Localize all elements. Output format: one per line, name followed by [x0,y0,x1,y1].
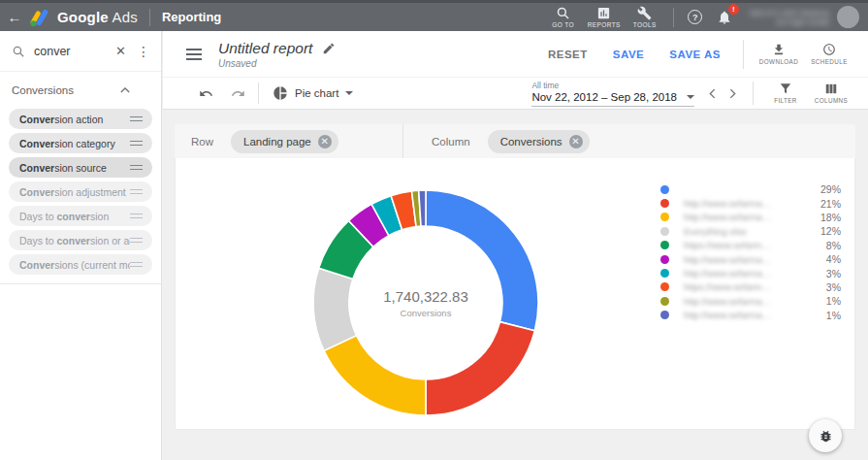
field-chip-label: Conversion category [19,138,130,149]
next-period-button[interactable] [723,88,743,99]
back-arrow-icon[interactable]: ← [0,9,29,25]
save-button[interactable]: SAVE [600,43,657,66]
drag-handle-icon[interactable] [130,189,143,195]
date-range-picker[interactable]: All time Nov 22, 2012 – Sep 28, 2018 [531,81,694,107]
avatar[interactable] [837,6,859,28]
report-title[interactable]: Untitled report [218,40,312,57]
legend-item: https://www.sefarm…3% [660,280,841,294]
legend-item: http://www.sefarma…4% [660,252,841,266]
download-button[interactable]: DOWNLOAD [754,43,804,65]
search-icon [556,6,570,20]
drag-handle-icon[interactable] [130,214,143,219]
prev-period-button[interactable] [702,88,723,99]
drag-handle-icon[interactable] [130,116,143,122]
pie-slice[interactable] [426,322,534,415]
reset-button[interactable]: RESET [535,43,600,66]
pie-slice[interactable] [324,336,426,415]
legend-percent: 21% [820,198,841,210]
tools-button[interactable]: TOOLS [625,6,665,28]
header-divider [743,40,744,69]
help-button[interactable]: ? [682,10,709,24]
clear-search-icon[interactable]: ✕ [110,44,132,58]
legend-item: http://www.sefarma…3% [660,266,841,279]
sidebar-field-chip[interactable]: Conversions (current mo… [9,254,152,275]
legend-dot [660,227,669,236]
legend-label: http://www.sefarma… [684,310,792,320]
search-icon [12,45,25,58]
wrench-icon [637,6,652,20]
drag-handle-icon[interactable] [130,262,143,268]
field-chip-label: Conversion source [19,162,130,174]
google-ads-logo[interactable]: Google Ads [29,8,138,27]
legend-percent: 3% [826,268,841,279]
topbar-right: GO TO REPORTS TOOLS ? [543,3,868,31]
drag-handle-icon[interactable] [130,141,143,147]
account-info[interactable]: 345-271-1922 Sefarma (no login email) [750,9,829,26]
tools-label: TOOLS [633,21,657,28]
date-preset-label: All time [531,81,694,90]
legend-label: http://www.sefarma… [684,254,792,265]
legend-dot [660,241,669,249]
toolbar-right: All time Nov 22, 2012 – Sep 28, 2018 [531,81,854,107]
toolbar-divider [753,82,754,105]
column-chip-conversions[interactable]: Conversions ✕ [488,130,590,153]
go-to-label: GO TO [552,21,574,28]
sidebar-field-chip[interactable]: Conversion category [9,133,152,153]
chevron-left-icon [709,88,716,99]
chevron-down-icon [345,91,353,95]
legend-dot [660,213,669,221]
sidebar-field-chip[interactable]: Conversion action [9,109,152,129]
remove-chip-icon[interactable]: ✕ [569,135,583,148]
title-block: Untitled report Unsaved [218,40,336,69]
drag-handle-icon[interactable] [130,165,143,171]
go-to-button[interactable]: GO TO [543,6,584,28]
bug-report-fab[interactable] [809,419,842,452]
reports-button[interactable]: REPORTS [584,6,625,28]
row-chip-label: Landing page [243,136,311,148]
google-ads-logo-icon [29,8,50,27]
legend-dot [660,282,669,291]
save-as-button[interactable]: SAVE AS [657,43,733,66]
legend-dot [660,297,669,306]
sidebar-field-chip[interactable]: Days to conversion [9,206,152,226]
chart-toolbar: Pie chart All time Nov 22, 2012 – Sep 28… [163,77,868,110]
field-chip-label: Days to conversion [19,211,130,222]
field-chip-label: Days to conversion or ad… [19,235,130,246]
filter-button[interactable]: FILTER [763,82,808,104]
row-chip-landing-page[interactable]: Landing page ✕ [231,130,338,153]
schedule-button[interactable]: SCHEDULE [804,43,854,65]
field-chip-label: Conversion action [19,114,130,125]
chart-type-label: Pie chart [295,87,338,99]
legend-item: http://www.sefarma…21% [660,196,841,210]
chart-legend: 29%http://www.sefarma…21%http://www.sefa… [660,182,841,322]
legend-dot [660,311,669,319]
kebab-menu-icon[interactable]: ⋮ [132,44,155,59]
remove-chip-icon[interactable]: ✕ [318,135,332,148]
sidebar-field-chip[interactable]: Conversion source [9,157,152,178]
undo-button[interactable] [190,86,222,101]
topbar-section-title: Reporting [162,10,221,24]
field-chip-label: Conversion adjustment [19,186,130,198]
legend-item: http://www.sefarma…1% [660,294,841,308]
columns-button[interactable]: COLUMNS [808,82,854,104]
legend-label: https://www.sefarm… [684,240,792,250]
legend-item: 29% [660,182,841,196]
field-chip-label: Conversions (current mo… [19,259,130,271]
chart-type-select[interactable]: Pie chart [273,85,353,101]
sidebar-field-chip[interactable]: Conversion adjustment [9,181,152,202]
conversions-section-header[interactable]: Conversions [0,72,161,105]
pencil-icon[interactable] [322,42,336,55]
legend-percent: 4% [826,253,841,265]
drag-handle-icon[interactable] [130,238,143,244]
redo-button[interactable] [222,86,254,101]
notifications-button[interactable]: ! [709,10,740,25]
sidebar-field-chip[interactable]: Days to conversion or ad… [9,230,152,250]
legend-label: http://www.sefarma… [684,212,792,222]
legend-percent: 8% [826,240,841,251]
search-input[interactable] [34,45,110,58]
pie-slice[interactable] [313,268,357,350]
bar-chart-icon [596,6,611,20]
pie-slice[interactable] [426,190,538,331]
legend-percent: 1% [826,310,841,321]
menu-icon[interactable] [186,49,202,60]
